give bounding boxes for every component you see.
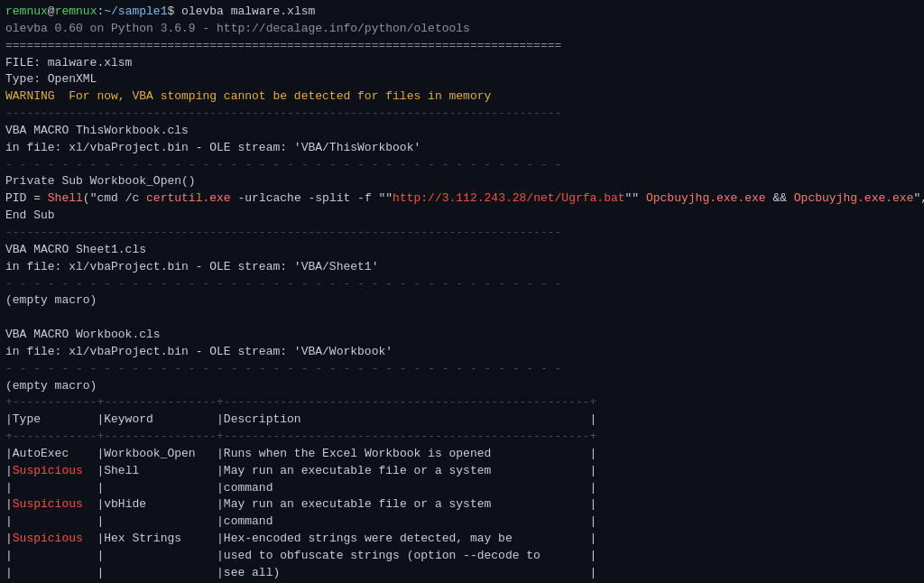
prompt-path: ~/sample1	[104, 5, 167, 18]
macro3-infile: in file: xl/vbaProject.bin - OLE stream:…	[5, 344, 919, 361]
table-row-suspicious-hex-2: | | |used to obfuscate strings (option -…	[5, 548, 919, 565]
macro1-infile: in file: xl/vbaProject.bin - OLE stream:…	[5, 140, 919, 157]
macro3-empty: (empty macro)	[5, 378, 919, 395]
table-row-suspicious-shell-1: |Suspicious |Shell |May run an executabl…	[5, 463, 919, 480]
table-header: |Type |Keyword |Description |	[5, 412, 919, 429]
prompt-user: remnux	[5, 5, 48, 18]
separator-long: ========================================…	[5, 38, 919, 55]
macro2-header: VBA MACRO Sheet1.cls	[5, 242, 919, 259]
table-row-suspicious-hex-1: |Suspicious |Hex Strings |Hex-encoded st…	[5, 531, 919, 548]
terminal: remnux@remnux:~/sample1$ olevba malware.…	[0, 0, 924, 583]
table-top-border: +------------+----------------+---------…	[5, 394, 919, 412]
file-warning: WARNING For now, VBA stomping cannot be …	[5, 88, 919, 106]
file-info-1: FILE: malware.xlsm	[5, 55, 919, 72]
sub-open: Private Sub Workbook_Open()	[5, 173, 919, 190]
prompt-host: remnux	[55, 5, 97, 18]
macro3-header: VBA MACRO Workbook.cls	[5, 327, 919, 344]
macro2-dots: - - - - - - - - - - - - - - - - - - - - …	[5, 276, 919, 293]
table-header-border: +------------+----------------+---------…	[5, 429, 919, 446]
command: olevba malware.xlsm	[181, 5, 315, 18]
table-row-suspicious-shell-2: | | |command |	[5, 480, 919, 497]
table-row-autoexec: |AutoExec |Workbook_Open |Runs when the …	[5, 446, 919, 463]
macro2-empty: (empty macro)	[5, 292, 919, 310]
dash-sep-1: ----------------------------------------…	[5, 106, 919, 123]
file-info-2: Type: OpenXML	[5, 71, 919, 88]
macro2-infile: in file: xl/vbaProject.bin - OLE stream:…	[5, 259, 919, 276]
header-line: olevba 0.60 on Python 3.6.9 - http://dec…	[5, 21, 919, 38]
macro1-dots: - - - - - - - - - - - - - - - - - - - - …	[5, 157, 919, 174]
pid-line: PID = Shell("cmd /c certutil.exe -urlcac…	[5, 190, 919, 208]
table-row-suspicious-vbhide-1: |Suspicious |vbHide |May run an executab…	[5, 496, 919, 514]
end-sub: End Sub	[5, 208, 919, 225]
table-row-suspicious-hex-3: | | |see all) |	[5, 565, 919, 582]
dash-sep-2: ----------------------------------------…	[5, 225, 919, 242]
table-row-suspicious-vbhide-2: | | |command |	[5, 514, 919, 531]
macro1-header: VBA MACRO ThisWorkbook.cls	[5, 123, 919, 140]
macro3-dots: - - - - - - - - - - - - - - - - - - - - …	[5, 361, 919, 378]
prompt-line: remnux@remnux:~/sample1$ olevba malware.…	[5, 4, 919, 21]
